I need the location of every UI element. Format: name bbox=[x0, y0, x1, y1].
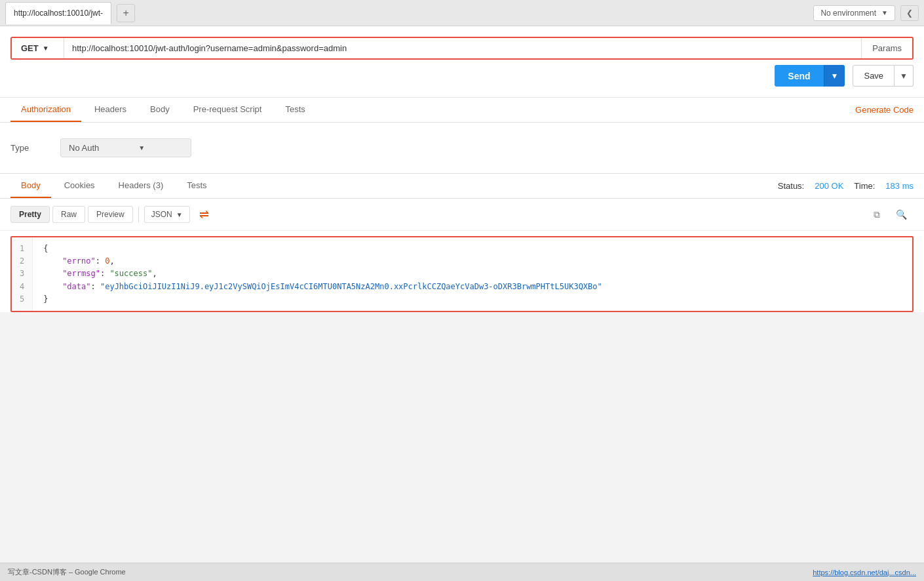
response-status: Status: 200 OK Time: 183 ms bbox=[778, 181, 914, 191]
copy-button[interactable]: ⧉ bbox=[867, 205, 887, 224]
bottom-bar: 写文章-CSDN博客 – Google Chrome https://blog.… bbox=[0, 563, 924, 581]
method-button[interactable]: GET ▼ bbox=[12, 38, 64, 58]
save-button-group: Save ▼ bbox=[853, 65, 914, 87]
auth-type-value: No Auth bbox=[69, 143, 99, 153]
save-button[interactable]: Save bbox=[853, 65, 895, 87]
format-type-label: JSON bbox=[151, 210, 172, 219]
line-number: 5 bbox=[20, 293, 24, 306]
search-icon: 🔍 bbox=[896, 209, 907, 220]
tab-bar: http://localhost:10010/jwt- + No environ… bbox=[0, 0, 924, 26]
collapse-icon: ❮ bbox=[906, 9, 913, 18]
time-label: Time: bbox=[854, 181, 875, 191]
chevron-down-icon: ▼ bbox=[881, 9, 888, 16]
format-raw-button[interactable]: Raw bbox=[52, 206, 85, 223]
format-chevron-icon: ▼ bbox=[176, 211, 183, 218]
format-pretty-button[interactable]: Pretty bbox=[10, 206, 50, 223]
auth-chevron-icon: ▼ bbox=[138, 144, 145, 151]
line-number: 1 bbox=[20, 243, 24, 255]
format-type-dropdown[interactable]: JSON ▼ bbox=[144, 206, 190, 223]
tab-pre-request-script[interactable]: Pre-request Script bbox=[183, 98, 273, 122]
method-chevron-icon: ▼ bbox=[43, 45, 49, 52]
response-tabs-bar: Body Cookies Headers (3) Tests Status: 2… bbox=[0, 174, 924, 199]
code-line-2: "errno": 0, bbox=[43, 255, 902, 268]
collapse-button[interactable]: ❮ bbox=[900, 5, 919, 21]
line-number: 4 bbox=[20, 281, 24, 293]
copy-icon: ⧉ bbox=[874, 209, 880, 220]
resp-tab-cookies[interactable]: Cookies bbox=[54, 174, 106, 198]
send-chevron-icon: ▼ bbox=[831, 71, 839, 81]
auth-section: Type No Auth ▼ bbox=[0, 123, 924, 174]
active-tab[interactable]: http://localhost:10010/jwt- bbox=[5, 2, 111, 24]
code-line-1: { bbox=[43, 243, 902, 255]
status-value: 200 OK bbox=[815, 181, 843, 191]
format-preview-button[interactable]: Preview bbox=[88, 206, 133, 223]
code-line-5: } bbox=[43, 293, 902, 306]
env-label: No environment bbox=[820, 9, 876, 18]
request-tabs: Authorization Headers Body Pre-request S… bbox=[0, 98, 924, 123]
code-line-3: "errmsg": "success", bbox=[43, 268, 902, 280]
format-separator bbox=[138, 207, 139, 222]
tab-authorization[interactable]: Authorization bbox=[10, 98, 81, 122]
tab-label: http://localhost:10010/jwt- bbox=[14, 9, 103, 18]
request-bar: GET ▼ Params bbox=[10, 37, 914, 60]
auth-type-label: Type bbox=[10, 143, 50, 153]
auth-type-dropdown[interactable]: No Auth ▼ bbox=[60, 138, 191, 157]
line-number: 3 bbox=[20, 268, 24, 280]
code-line-4: "data": "eyJhbGciOiJIUzI1NiJ9.eyJ1c2VySW… bbox=[43, 281, 902, 293]
send-button[interactable]: Send bbox=[775, 65, 823, 87]
tab-body[interactable]: Body bbox=[140, 98, 180, 122]
env-dropdown[interactable]: No environment ▼ bbox=[813, 5, 895, 21]
resp-tab-headers[interactable]: Headers (3) bbox=[108, 174, 174, 198]
save-dropdown-button[interactable]: ▼ bbox=[895, 65, 914, 87]
bottom-link[interactable]: https://blog.csdn.net/daj...csdn... bbox=[813, 569, 916, 576]
send-dropdown-button[interactable]: ▼ bbox=[824, 65, 845, 87]
code-panel: 1 2 3 4 5 { "errno": 0, "errmsg": "succe… bbox=[10, 236, 914, 312]
method-label: GET bbox=[21, 43, 39, 53]
search-button[interactable]: 🔍 bbox=[889, 205, 914, 224]
params-label: Params bbox=[872, 43, 902, 53]
send-button-group: Send ▼ bbox=[775, 65, 845, 87]
tab-tests[interactable]: Tests bbox=[275, 98, 315, 122]
resp-tab-body[interactable]: Body bbox=[10, 174, 51, 198]
new-tab-icon: + bbox=[123, 7, 128, 19]
params-button[interactable]: Params bbox=[861, 38, 912, 58]
save-chevron-icon: ▼ bbox=[900, 71, 908, 81]
format-bar: Pretty Raw Preview JSON ▼ ⇌ ⧉ 🔍 bbox=[0, 199, 924, 231]
tab-headers[interactable]: Headers bbox=[84, 98, 137, 122]
status-label: Status: bbox=[778, 181, 804, 191]
window-title: 写文章-CSDN博客 – Google Chrome bbox=[8, 567, 126, 577]
env-selector: No environment ▼ ❮ bbox=[813, 5, 919, 21]
auth-row: Type No Auth ▼ bbox=[10, 138, 914, 157]
resp-tab-tests[interactable]: Tests bbox=[176, 174, 217, 198]
line-number: 2 bbox=[20, 255, 24, 268]
generate-code-link[interactable]: Generate Code bbox=[855, 105, 914, 115]
time-value: 183 ms bbox=[885, 181, 914, 191]
code-content: { "errno": 0, "errmsg": "success", "data… bbox=[33, 237, 912, 311]
response-section: Body Cookies Headers (3) Tests Status: 2… bbox=[0, 174, 924, 312]
url-input[interactable] bbox=[64, 38, 861, 58]
line-numbers: 1 2 3 4 5 bbox=[12, 237, 33, 311]
request-section: GET ▼ Params Send ▼ Save ▼ bbox=[0, 26, 924, 98]
wrap-button[interactable]: ⇌ bbox=[193, 204, 216, 225]
new-tab-button[interactable]: + bbox=[117, 4, 135, 22]
